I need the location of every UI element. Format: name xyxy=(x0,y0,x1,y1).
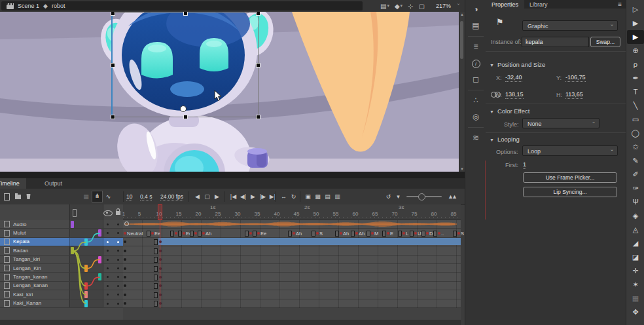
visibility-column-icon[interactable] xyxy=(103,210,113,216)
layer-row-Kepala[interactable]: Kepala xyxy=(0,238,123,246)
handle-bottom-right[interactable] xyxy=(256,115,260,119)
frame-row-Kaki_kiri[interactable] xyxy=(123,290,461,299)
playhead-marker[interactable] xyxy=(158,204,162,220)
parent-marker-Kaki_kiri[interactable] xyxy=(84,291,88,298)
step-forward-one-icon[interactable]: ▶ xyxy=(212,189,222,204)
onion-outlines-icon[interactable]: ▩ xyxy=(313,189,323,204)
frame-row-Lengan_kanan[interactable] xyxy=(123,282,461,290)
undo-icon[interactable]: ↺ xyxy=(384,189,393,204)
lip-syncing-button[interactable]: Lip Syncing... xyxy=(523,187,617,197)
y-value[interactable]: -106,75 xyxy=(565,74,586,82)
color-effect-header[interactable]: ▼Color Effect xyxy=(490,107,529,115)
timeline-zoom-icon[interactable]: ▲▲ xyxy=(445,189,458,204)
w-value[interactable]: 138,15 xyxy=(505,91,524,99)
frame-row-Tangan_kanan[interactable] xyxy=(123,273,461,281)
lock-dot[interactable] xyxy=(117,267,119,269)
position-size-header[interactable]: ▼Position and Size xyxy=(490,61,545,68)
zoom-level-select[interactable]: 217% ˇ xyxy=(433,1,462,10)
tab-timeline[interactable]: Timeline xyxy=(0,178,26,189)
graph-editor-icon[interactable]: ∿ xyxy=(103,189,113,204)
new-folder-icon[interactable] xyxy=(15,195,21,199)
parent-marker-Tangan_kanan[interactable] xyxy=(98,273,101,280)
parent-marker-Audio[interactable] xyxy=(71,221,74,228)
motion-editor-icon[interactable]: ≋ xyxy=(465,130,486,146)
use-frame-picker-button[interactable]: Use Frame Picker... xyxy=(523,172,617,183)
visibility-dot[interactable] xyxy=(107,276,109,278)
ink-bottle-tool[interactable]: ◬ xyxy=(627,223,644,237)
frame-rate-value[interactable]: 24.00 fps xyxy=(160,193,183,201)
subselection-tool[interactable]: ▶ xyxy=(627,16,644,30)
handle-top-right[interactable] xyxy=(256,12,260,16)
text-tool[interactable]: T xyxy=(627,85,644,99)
stage-canvas[interactable]: ▲ ▼ xyxy=(0,12,465,172)
parent-marker-Tangan_kiri[interactable] xyxy=(98,256,101,263)
current-frame-icon[interactable]: ▢ xyxy=(202,189,212,204)
parent-marker-Lengan_Kiri[interactable] xyxy=(84,265,88,272)
visibility-dot[interactable] xyxy=(107,250,109,252)
frame-row-Badan[interactable] xyxy=(123,246,461,255)
show-parenting-icon[interactable]: ⋔ xyxy=(92,191,103,202)
lock-dot[interactable] xyxy=(117,276,119,278)
selection-bounding-box[interactable] xyxy=(111,12,259,117)
selection-tool[interactable]: ▷ xyxy=(627,3,644,16)
h-value[interactable]: 113,65 xyxy=(565,91,583,99)
symbol-type-dropdown[interactable]: Graphic xyxy=(522,20,618,31)
instance-name-field[interactable]: kepala xyxy=(522,37,589,47)
scroll-up-icon[interactable]: ▲ xyxy=(459,12,465,16)
visibility-dot[interactable] xyxy=(107,294,109,296)
brush-library-icon[interactable]: ∴ xyxy=(465,92,486,109)
paint-bucket-tool[interactable]: ◈ xyxy=(627,209,644,223)
layer-row-Lengan_Kiri[interactable]: Lengan_Kiri xyxy=(0,264,123,273)
handle-top-mid[interactable] xyxy=(183,12,188,16)
camera-icon[interactable]: ▦ xyxy=(81,189,91,204)
info-icon[interactable]: i xyxy=(465,55,486,71)
layer-row-Badan[interactable]: Badan xyxy=(0,246,123,255)
visibility-dot[interactable] xyxy=(107,232,109,234)
classic-brush-tool[interactable]: ✑ xyxy=(627,182,644,195)
handle-top-left[interactable] xyxy=(111,12,115,16)
bone-tool[interactable]: Ψ xyxy=(627,195,644,209)
current-frame-value[interactable]: 10 xyxy=(126,193,132,201)
edit-multiple-frames-icon[interactable]: ▤ xyxy=(323,189,332,204)
lock-dot[interactable] xyxy=(117,303,119,305)
magic-wand-tool[interactable]: ✶ xyxy=(627,278,644,292)
visibility-dot[interactable] xyxy=(107,241,109,243)
frame-ruler[interactable]: 1s2s3s 151015202530354045505560657075808… xyxy=(123,204,461,220)
breadcrumb-symbol[interactable]: robot xyxy=(52,3,65,9)
slider-knob[interactable] xyxy=(418,193,425,201)
asset-warp-tool[interactable]: ✛ xyxy=(627,264,644,278)
visibility-dot[interactable] xyxy=(107,303,109,305)
frame-row-Audio[interactable] xyxy=(123,220,461,229)
parent-marker-Mulut[interactable] xyxy=(98,229,101,237)
x-value[interactable]: -32,40 xyxy=(505,74,522,82)
loop-playback-icon[interactable]: ↻ xyxy=(289,189,298,204)
swatches-icon[interactable]: ▤ xyxy=(465,18,486,34)
visibility-dot[interactable] xyxy=(107,267,109,269)
color-icon[interactable]: ◑ xyxy=(465,1,486,18)
scrollbar-thumb[interactable] xyxy=(460,21,463,59)
lock-dot[interactable] xyxy=(117,223,119,225)
polystar-tool[interactable]: ✩ xyxy=(627,140,644,154)
layer-row-Tangan_kiri[interactable]: Tangan_kiri xyxy=(0,256,123,264)
looping-header[interactable]: ▼Looping xyxy=(490,136,520,143)
parent-marker-Badan[interactable] xyxy=(71,247,74,254)
layer-row-Audio[interactable]: Audio xyxy=(0,220,123,229)
step-forward-icon[interactable]: |▶ xyxy=(258,189,268,204)
frames-area[interactable]: 1s2s3s 151015202530354045505560657075808… xyxy=(123,204,461,325)
free-transform-tool[interactable]: ⊕ xyxy=(627,44,644,58)
tab-properties[interactable]: Properties xyxy=(486,0,524,9)
eraser-tool[interactable]: ◪ xyxy=(627,250,644,264)
frame-row-Kepala[interactable] xyxy=(123,238,461,246)
layer-row-Kaki_kiri[interactable]: Kaki_kiri xyxy=(0,290,123,299)
new-layer-icon[interactable] xyxy=(4,193,10,201)
visibility-dot[interactable] xyxy=(107,285,109,287)
visibility-dot[interactable] xyxy=(107,259,109,261)
delete-icon[interactable] xyxy=(26,194,31,199)
frame-row-Kaki_Kanan[interactable] xyxy=(123,299,461,308)
transform-icon[interactable]: ◻ xyxy=(465,71,486,88)
center-stage-icon[interactable]: ⊹ xyxy=(406,3,415,10)
style-dropdown[interactable]: None xyxy=(522,118,599,128)
clip-content-outside-stage-icon[interactable]: ▢ xyxy=(417,3,427,10)
tab-output[interactable]: Output xyxy=(38,178,69,189)
fluid-brush-tool[interactable]: ✐ xyxy=(627,168,644,182)
